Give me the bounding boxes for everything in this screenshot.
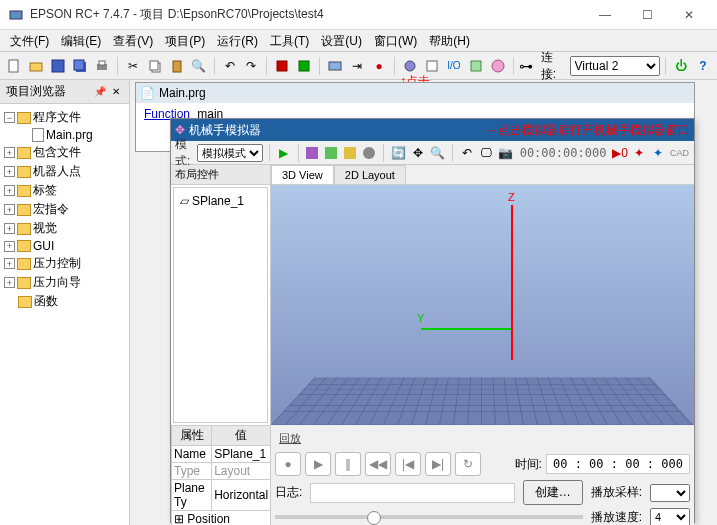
cube-purple-icon[interactable] [304, 142, 320, 164]
menu-settings[interactable]: 设置(U) [315, 30, 368, 51]
prop-row[interactable]: Plane Ty [172, 480, 212, 511]
redo-icon[interactable]: ↷ [242, 55, 262, 77]
simulator-window[interactable]: ✥ 机械手模拟器 ←点击模拟器后打开机械手模拟器窗口 模式: 模拟模式 ▶ 🔄 … [170, 118, 695, 523]
tree-item[interactable]: 函数 [34, 293, 58, 310]
axis-blue-icon[interactable]: ✦ [650, 142, 666, 164]
screen-icon[interactable]: 🖵 [478, 142, 494, 164]
expand-icon[interactable]: + [4, 241, 15, 252]
connection-select[interactable]: Virtual 2 [570, 56, 661, 76]
new-icon[interactable] [4, 55, 24, 77]
tree-item[interactable]: 压力控制 [33, 255, 81, 272]
io-icon[interactable]: I/O [444, 55, 464, 77]
prop-value[interactable]: SPlane_1 [212, 446, 271, 463]
tree-item[interactable]: GUI [33, 239, 54, 253]
prop-row[interactable]: ⊞ Position [172, 511, 271, 526]
menu-view[interactable]: 查看(V) [107, 30, 159, 51]
expand-icon[interactable]: + [4, 223, 15, 234]
print-icon[interactable] [92, 55, 112, 77]
menu-window[interactable]: 窗口(W) [368, 30, 423, 51]
explorer-pin-icon[interactable]: 📌 [93, 85, 107, 99]
sample-select[interactable] [650, 484, 690, 502]
pause-button[interactable]: ‖ [335, 452, 361, 476]
rewind-button[interactable]: ◀◀ [365, 452, 391, 476]
menu-project[interactable]: 项目(P) [159, 30, 211, 51]
loop-button[interactable]: ↻ [455, 452, 481, 476]
prop-row[interactable]: Type [172, 463, 212, 480]
minimize-button[interactable]: — [585, 1, 625, 29]
layout-list[interactable]: ▱ SPlane_1 [173, 187, 268, 423]
cut-icon[interactable]: ✂ [123, 55, 143, 77]
rotate-icon[interactable]: 🔄 [390, 142, 407, 164]
emergency-icon[interactable]: ⏻ [671, 55, 691, 77]
tree-item[interactable]: 标签 [33, 182, 57, 199]
playback-pane: 回放 ● ▶ ‖ ◀◀ |◀ ▶| ↻ 时间: 00 : 00 : 00 : 0… [271, 425, 694, 525]
tree-item[interactable]: 机器人点 [33, 163, 81, 180]
project-tree[interactable]: −程序文件 Main.prg +包含文件 +机器人点 +标签 +宏指令 +视觉 … [0, 104, 129, 525]
prev-button[interactable]: |◀ [395, 452, 421, 476]
tree-main-file[interactable]: Main.prg [46, 128, 93, 142]
save-icon[interactable] [48, 55, 68, 77]
status-icon[interactable] [294, 55, 314, 77]
tree-item[interactable]: 视觉 [33, 220, 57, 237]
simulator-titlebar[interactable]: ✥ 机械手模拟器 ←点击模拟器后打开机械手模拟器窗口 [171, 119, 694, 141]
simulator-icon[interactable] [488, 55, 508, 77]
property-grid[interactable]: 属性值 NameSPlane_1 TypeLayout Plane TyHori… [171, 425, 271, 525]
project-icon[interactable] [272, 55, 292, 77]
copy-icon[interactable] [145, 55, 165, 77]
expand-icon[interactable]: + [4, 258, 15, 269]
open-icon[interactable] [26, 55, 46, 77]
expand-icon[interactable]: + [4, 185, 15, 196]
cad-icon[interactable]: CAD [669, 142, 690, 164]
play-button[interactable]: ▶ [305, 452, 331, 476]
expand-icon[interactable]: + [4, 166, 15, 177]
tree-item[interactable]: 包含文件 [33, 144, 81, 161]
expand-icon[interactable]: + [4, 204, 15, 215]
expand-icon[interactable]: + [4, 277, 15, 288]
run-window-icon[interactable] [325, 55, 345, 77]
play-icon[interactable]: ▶ [276, 142, 292, 164]
tree-item[interactable]: 压力向导 [33, 274, 81, 291]
menu-tools[interactable]: 工具(T) [264, 30, 315, 51]
log-field[interactable] [310, 483, 514, 503]
tab-3d[interactable]: 3D View [271, 165, 334, 184]
record-button[interactable]: ● [275, 452, 301, 476]
cube-green-icon[interactable] [323, 142, 339, 164]
tree-item[interactable]: 宏指令 [33, 201, 69, 218]
expand-icon[interactable]: + [4, 147, 15, 158]
tab-2d[interactable]: 2D Layout [334, 165, 406, 184]
tree-root[interactable]: 程序文件 [33, 109, 81, 126]
undo-icon[interactable]: ↶ [220, 55, 240, 77]
menu-run[interactable]: 运行(R) [211, 30, 264, 51]
menu-help[interactable]: 帮助(H) [423, 30, 476, 51]
breakpoint-icon[interactable]: ● [369, 55, 389, 77]
paste-icon[interactable] [167, 55, 187, 77]
menu-file[interactable]: 文件(F) [4, 30, 55, 51]
pan-icon[interactable]: ✥ [410, 142, 426, 164]
cube-yellow-icon[interactable] [342, 142, 358, 164]
explorer-close-icon[interactable]: ✕ [109, 85, 123, 99]
menu-edit[interactable]: 编辑(E) [55, 30, 107, 51]
viewport-3d[interactable] [271, 185, 694, 425]
cylinder-icon[interactable] [361, 142, 377, 164]
record-icon[interactable]: 📷 [497, 142, 514, 164]
prop-row[interactable]: Name [172, 446, 212, 463]
speed-select[interactable]: 4 [650, 508, 690, 525]
help-icon[interactable]: ? [693, 55, 713, 77]
axis-red-icon[interactable]: ✦ [631, 142, 647, 164]
prop-value[interactable]: Layout [212, 463, 271, 480]
saveall-icon[interactable] [70, 55, 90, 77]
next-button[interactable]: ▶| [425, 452, 451, 476]
layout-item[interactable]: ▱ SPlane_1 [178, 192, 263, 210]
mode-select[interactable]: 模拟模式 [197, 144, 263, 162]
maximize-button[interactable]: ☐ [627, 1, 667, 29]
task-icon[interactable] [466, 55, 486, 77]
playback-slider[interactable] [275, 515, 583, 519]
undo-sim-icon[interactable]: ↶ [459, 142, 475, 164]
find-icon[interactable]: 🔍 [189, 55, 209, 77]
expand-icon[interactable]: − [4, 112, 15, 123]
step-icon[interactable]: ⇥ [347, 55, 367, 77]
prop-value[interactable]: Horizontal [212, 480, 271, 511]
create-button[interactable]: 创建… [523, 480, 583, 505]
zoom-icon[interactable]: 🔍 [429, 142, 446, 164]
close-button[interactable]: ✕ [669, 1, 709, 29]
